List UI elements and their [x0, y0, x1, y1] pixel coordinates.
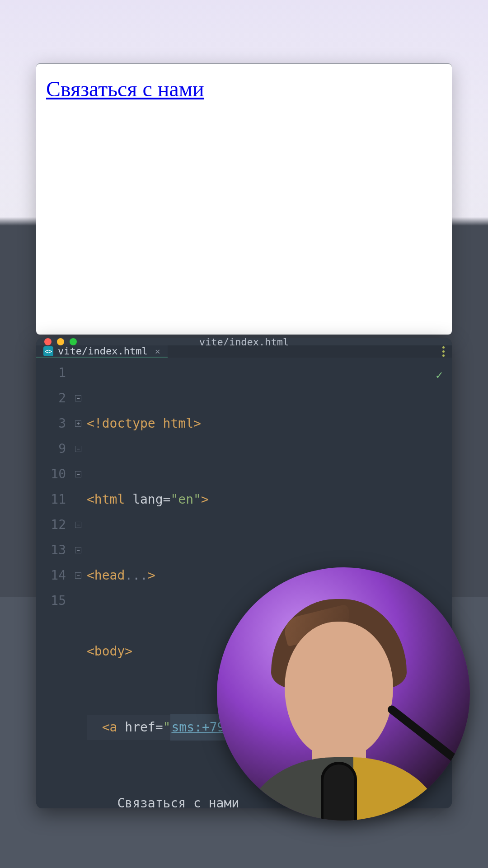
close-tab-icon[interactable]: × [155, 346, 160, 357]
line-numbers: 1 2 3 9 10 11 12 13 14 15 [36, 358, 72, 808]
tab-index-html[interactable]: <> vite/index.html × [36, 345, 168, 358]
editor-titlebar: vite/index.html [36, 338, 452, 345]
fold-icon[interactable]: − [75, 572, 81, 579]
fold-icon[interactable]: − [75, 395, 81, 401]
html-file-icon: <> [43, 346, 53, 356]
fold-icon[interactable]: − [75, 446, 81, 452]
fold-icon[interactable]: − [75, 547, 81, 553]
fold-icon[interactable]: + [75, 420, 81, 427]
webcam-overlay [217, 567, 470, 821]
fold-column: − + − − − − − [72, 358, 84, 808]
checkmark-icon: ✓ [436, 362, 443, 387]
tab-label: vite/index.html [58, 345, 148, 357]
fold-icon[interactable]: − [75, 522, 81, 528]
microphone-icon [321, 762, 357, 821]
fold-icon[interactable]: − [75, 471, 81, 477]
browser-window: Связаться с нами [36, 63, 452, 335]
more-menu-icon[interactable] [442, 345, 445, 358]
contact-link[interactable]: Связаться с нами [46, 76, 204, 101]
tab-bar: <> vite/index.html × [36, 345, 452, 358]
screen: Связаться с нами vite/index.html <> vite… [0, 0, 488, 868]
